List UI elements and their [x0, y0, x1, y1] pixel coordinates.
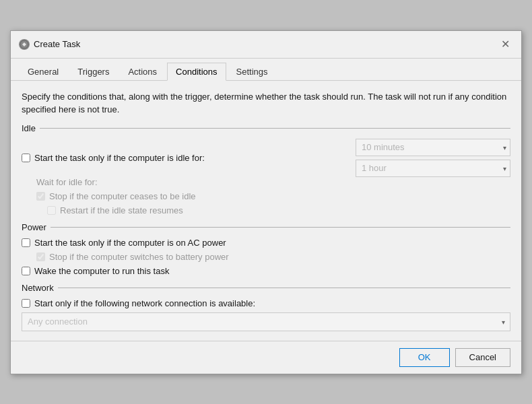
title-bar-left: Create Task	[19, 39, 80, 50]
title-bar: Create Task ✕	[11, 31, 521, 59]
dialog-title: Create Task	[34, 39, 80, 49]
stop-idle-label: Stop if the computer ceases to be idle	[49, 191, 196, 201]
network-dropdown-wrapper: Any connection ▾	[22, 312, 510, 331]
description-text: Specify the conditions that, along with …	[22, 90, 510, 116]
tab-conditions[interactable]: Conditions	[167, 63, 226, 81]
network-section-divider: Network	[22, 283, 510, 293]
start-idle-left: Start the task only if the computer is i…	[22, 153, 205, 163]
power-divider-line	[51, 227, 510, 228]
create-task-dialog: Create Task ✕ General Triggers Actions C…	[10, 30, 522, 374]
idle-section-divider: Idle	[22, 123, 510, 133]
stop-idle-row: Stop if the computer ceases to be idle	[36, 191, 510, 201]
idle-section-label: Idle	[22, 123, 36, 133]
restart-idle-checkbox[interactable]	[47, 206, 56, 215]
wait-for-idle-label: Wait for idle for:	[36, 177, 98, 187]
app-icon	[19, 39, 30, 50]
start-idle-label: Start the task only if the computer is i…	[34, 153, 205, 163]
battery-checkbox[interactable]	[36, 252, 45, 261]
start-idle-row: Start the task only if the computer is i…	[22, 139, 510, 177]
tab-settings[interactable]: Settings	[228, 63, 277, 81]
power-section-label: Power	[22, 222, 46, 232]
wake-row: Wake the computer to run this task	[22, 266, 510, 276]
stop-idle-checkbox[interactable]	[36, 192, 45, 201]
ok-button[interactable]: OK	[399, 348, 450, 367]
network-row: Start only if the following network conn…	[22, 298, 510, 308]
tab-triggers[interactable]: Triggers	[69, 63, 118, 81]
ac-power-label: Start the task only if the computer is o…	[34, 238, 226, 248]
content-area: Specify the conditions that, along with …	[11, 81, 521, 341]
battery-row: Stop if the computer switches to battery…	[36, 252, 510, 262]
ac-power-checkbox[interactable]	[22, 238, 30, 247]
wait-for-select[interactable]: 1 hour	[356, 160, 510, 177]
idle-dropdowns: 10 minutes ▾ 1 hour ▾	[356, 139, 510, 177]
idle-for-select[interactable]: 10 minutes	[356, 139, 510, 156]
restart-idle-label: Restart if the idle state resumes	[60, 205, 183, 215]
wait-for-idle-row: Wait for idle for:	[36, 177, 510, 187]
network-connection-select[interactable]: Any connection	[22, 312, 510, 331]
wait-for-dropdown-wrapper: 1 hour ▾	[356, 160, 510, 177]
network-divider-line	[58, 288, 510, 288]
start-idle-checkbox[interactable]	[22, 154, 30, 162]
ac-power-row: Start the task only if the computer is o…	[22, 238, 510, 248]
footer: OK Cancel	[11, 341, 521, 374]
cancel-button[interactable]: Cancel	[455, 348, 510, 367]
network-section-label: Network	[22, 283, 54, 293]
tab-actions[interactable]: Actions	[119, 63, 166, 81]
wake-checkbox[interactable]	[22, 267, 30, 275]
network-label: Start only if the following network conn…	[34, 298, 255, 308]
network-checkbox[interactable]	[22, 299, 30, 308]
battery-label: Stop if the computer switches to battery…	[49, 252, 229, 262]
wake-label: Wake the computer to run this task	[34, 266, 169, 276]
idle-divider-line	[40, 128, 510, 129]
power-section-divider: Power	[22, 222, 510, 232]
close-button[interactable]: ✕	[497, 36, 513, 53]
tab-bar: General Triggers Actions Conditions Sett…	[11, 59, 521, 81]
restart-idle-row: Restart if the idle state resumes	[47, 205, 510, 215]
tab-general[interactable]: General	[19, 63, 67, 81]
idle-for-dropdown-wrapper: 10 minutes ▾	[356, 139, 510, 156]
